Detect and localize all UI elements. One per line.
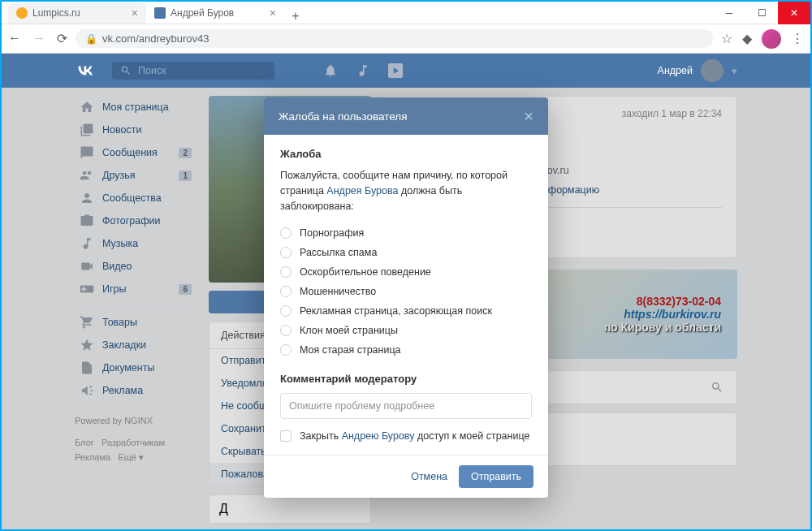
reason-radio[interactable]: Рекламная страница, засоряющая поиск bbox=[280, 301, 532, 321]
header-icons bbox=[323, 63, 403, 78]
search-placeholder: Поиск bbox=[138, 65, 166, 76]
toolbar-right: ☆ ◆ ⋮ bbox=[721, 29, 804, 49]
close-icon[interactable]: × bbox=[270, 6, 276, 19]
radio-icon bbox=[280, 325, 292, 336]
profile-avatar[interactable] bbox=[762, 29, 781, 49]
url-input[interactable]: 🔒 vk.com/andreyburov43 bbox=[76, 29, 713, 48]
report-modal: Жалоба на пользователя × Жалоба Пожалуйс… bbox=[264, 97, 548, 498]
maximize-button[interactable]: ☐ bbox=[745, 2, 778, 24]
user-link[interactable]: Андрея Бурова bbox=[326, 185, 398, 196]
radio-icon bbox=[280, 305, 292, 317]
chevron-down-icon: ▾ bbox=[732, 65, 737, 77]
tab-strip: Lumpics.ru × Андрей Буров × + bbox=[2, 2, 713, 24]
close-icon[interactable]: × bbox=[132, 6, 138, 19]
menu-icon[interactable]: ⋮ bbox=[791, 31, 804, 46]
window-controls: ─ ☐ ✕ bbox=[713, 2, 810, 24]
close-icon[interactable]: × bbox=[524, 108, 533, 124]
modal-title: Жалоба на пользователя bbox=[279, 110, 408, 123]
bell-icon[interactable] bbox=[323, 63, 338, 78]
extension-icon[interactable]: ◆ bbox=[742, 31, 752, 46]
section-title: Жалоба bbox=[280, 148, 532, 160]
new-tab-button[interactable]: + bbox=[284, 9, 307, 24]
vk-logo[interactable] bbox=[75, 60, 96, 81]
lock-icon: 🔒 bbox=[85, 33, 97, 45]
header-user[interactable]: Андрей ▾ bbox=[658, 59, 737, 82]
tab-title: Lumpics.ru bbox=[32, 7, 80, 19]
address-bar: ← → ⟳ 🔒 vk.com/andreyburov43 ☆ ◆ ⋮ bbox=[2, 24, 810, 54]
reason-radio[interactable]: Моя старая страница bbox=[280, 340, 532, 360]
vk-header: Поиск Андрей ▾ bbox=[2, 54, 810, 88]
cancel-button[interactable]: Отмена bbox=[411, 471, 447, 482]
play-icon[interactable] bbox=[388, 63, 403, 78]
checkbox-label: Закрыть Андрею Бурову доступ к моей стра… bbox=[300, 430, 529, 442]
radio-label: Мошенничество bbox=[300, 286, 376, 297]
radio-icon bbox=[280, 227, 292, 239]
star-icon[interactable]: ☆ bbox=[721, 31, 732, 46]
reason-radio[interactable]: Рассылка спама bbox=[280, 243, 532, 262]
block-checkbox[interactable]: Закрыть Андрею Бурову доступ к моей стра… bbox=[280, 430, 532, 442]
nav-icons: ← → ⟳ bbox=[8, 31, 67, 46]
favicon bbox=[16, 7, 28, 19]
radio-icon bbox=[280, 286, 292, 297]
avatar bbox=[701, 59, 723, 82]
radio-label: Порнография bbox=[300, 227, 364, 239]
comment-input[interactable]: Опишите проблему подробнее bbox=[280, 393, 532, 419]
search-input[interactable]: Поиск bbox=[112, 62, 274, 80]
search-icon bbox=[120, 65, 132, 76]
reason-radio[interactable]: Оскорбительное поведение bbox=[280, 262, 532, 282]
modal-header: Жалоба на пользователя × bbox=[264, 97, 548, 135]
url-text: vk.com/andreyburov43 bbox=[102, 32, 209, 45]
radio-label: Оскорбительное поведение bbox=[300, 266, 431, 278]
minimize-button[interactable]: ─ bbox=[713, 2, 745, 24]
music-icon[interactable] bbox=[356, 63, 370, 78]
back-icon[interactable]: ← bbox=[8, 31, 21, 46]
user-link[interactable]: Андрею Бурову bbox=[342, 430, 415, 442]
radio-label: Рассылка спама bbox=[300, 247, 377, 258]
browser-tab[interactable]: Lumpics.ru × bbox=[8, 2, 146, 24]
vk-app: Поиск Андрей ▾ Моя страница Новости Сооб… bbox=[2, 54, 810, 529]
radio-label: Клон моей страницы bbox=[300, 325, 398, 336]
radio-icon bbox=[280, 247, 292, 258]
radio-label: Моя старая страница bbox=[300, 344, 401, 356]
tab-title: Андрей Буров bbox=[171, 7, 234, 19]
reload-icon[interactable]: ⟳ bbox=[57, 31, 67, 46]
modal-overlay: Жалоба на пользователя × Жалоба Пожалуйс… bbox=[2, 88, 810, 529]
radio-label: Рекламная страница, засоряющая поиск bbox=[300, 305, 492, 317]
modal-body: Жалоба Пожалуйста, сообщите нам причину,… bbox=[264, 135, 548, 455]
browser-window: Lumpics.ru × Андрей Буров × + ─ ☐ ✕ ← → … bbox=[2, 2, 810, 529]
reason-radio[interactable]: Клон моей страницы bbox=[280, 321, 532, 340]
radio-icon bbox=[280, 266, 292, 278]
favicon bbox=[154, 7, 166, 19]
window-close-button[interactable]: ✕ bbox=[778, 2, 810, 24]
section-title: Комментарий модератору bbox=[280, 373, 532, 385]
browser-tab-active[interactable]: Андрей Буров × bbox=[146, 2, 284, 24]
reason-radio[interactable]: Порнография bbox=[280, 223, 532, 243]
modal-intro: Пожалуйста, сообщите нам причину, по кот… bbox=[280, 168, 532, 214]
reason-radio[interactable]: Мошенничество bbox=[280, 282, 532, 301]
checkbox-icon bbox=[280, 430, 292, 442]
submit-button[interactable]: Отправить bbox=[459, 465, 533, 488]
forward-icon[interactable]: → bbox=[32, 31, 45, 46]
modal-footer: Отмена Отправить bbox=[264, 455, 548, 498]
window-titlebar: Lumpics.ru × Андрей Буров × + ─ ☐ ✕ bbox=[2, 2, 810, 24]
radio-icon bbox=[280, 344, 292, 356]
user-name: Андрей bbox=[658, 65, 693, 76]
